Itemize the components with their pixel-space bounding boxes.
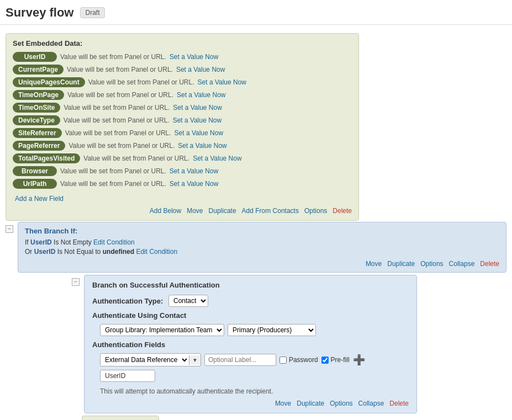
- field-tag-6: SiteReferrer: [13, 128, 62, 138]
- branch-collapse-toggle[interactable]: −: [6, 225, 13, 233]
- field-tag-3: TimeOnPage: [13, 90, 64, 100]
- auth-duplicate-link[interactable]: Duplicate: [297, 400, 324, 407]
- set-value-link-3[interactable]: Set a Value Now: [177, 91, 226, 99]
- set-embedded-data-stub: Set Embedded Data:: [82, 416, 159, 420]
- branch-move-link[interactable]: Move: [366, 260, 382, 268]
- set-value-link-6[interactable]: Set a Value Now: [175, 129, 224, 137]
- add-below-link[interactable]: Add Below: [150, 207, 181, 215]
- field-tag-7: PageReferrer: [13, 141, 65, 151]
- edit-condition-1-link[interactable]: Edit Condition: [93, 238, 135, 246]
- auth-type-label: Authentication Type:: [92, 297, 164, 305]
- primary-select[interactable]: Primary (Producers): [228, 324, 316, 336]
- field-row-2: UniquePagesCountValue will be set from P…: [13, 77, 352, 87]
- branch-collapse-link[interactable]: Collapse: [449, 260, 475, 268]
- branch-delete-link[interactable]: Delete: [480, 260, 499, 268]
- field-desc-9: Value will be set from Panel or URL.: [60, 167, 166, 175]
- set-value-link-7[interactable]: Set a Value Now: [178, 142, 227, 150]
- field-desc-4: Value will be set from Panel or URL.: [64, 104, 170, 111]
- auth-block: Branch on Successful Authentication Auth…: [84, 275, 417, 413]
- field-desc-6: Value will be set from Panel or URL.: [65, 129, 171, 137]
- condition-row-1: If UserID Is Not Empty Edit Condition: [25, 238, 499, 246]
- field-desc-5: Value will be set from Panel or URL.: [64, 116, 170, 124]
- dropdown-arrow[interactable]: ▼: [189, 355, 200, 365]
- duplicate-link[interactable]: Duplicate: [209, 207, 236, 215]
- add-new-field-link[interactable]: Add a New Field: [13, 195, 64, 203]
- edit-condition-2-link[interactable]: Edit Condition: [136, 248, 177, 256]
- set-value-link-5[interactable]: Set a Value Now: [173, 116, 222, 124]
- set-value-link-4[interactable]: Set a Value Now: [173, 104, 222, 111]
- auth-block-title: Branch on Successful Authentication: [92, 281, 409, 289]
- auth-delete-link[interactable]: Delete: [389, 400, 409, 407]
- auth-actions: Move Duplicate Options Collapse Delete: [92, 400, 409, 407]
- page-title: Survey flow: [6, 6, 73, 20]
- set-value-link-1[interactable]: Set a Value Now: [176, 66, 225, 73]
- delete-link[interactable]: Delete: [332, 207, 352, 215]
- field-row-6: SiteReferrerValue will be set from Panel…: [13, 128, 352, 138]
- branch-duplicate-link[interactable]: Duplicate: [387, 260, 415, 268]
- main-content: Set Embedded Data: UserIDValue will be s…: [0, 25, 512, 420]
- auth-field-row: External Data Reference ▼ Password Pre-f…: [100, 353, 409, 366]
- move-link[interactable]: Move: [187, 207, 203, 215]
- field-desc-7: Value will be set from Panel or URL.: [68, 142, 175, 150]
- embedded-data-actions: Add Below Move Duplicate Add From Contac…: [13, 207, 352, 215]
- field-tag-8: TotalPagesVisited: [13, 153, 80, 163]
- field-row-10: UrlPathValue will be set from Panel or U…: [13, 179, 352, 189]
- add-field-icon[interactable]: ➕: [353, 355, 365, 365]
- auth-field-select[interactable]: External Data Reference: [101, 354, 189, 366]
- password-label: Password: [289, 356, 318, 364]
- field-tag-2: UniquePagesCount: [13, 77, 85, 87]
- draft-badge: Draft: [80, 7, 104, 18]
- embedded-data-block: Set Embedded Data: UserIDValue will be s…: [6, 33, 359, 221]
- field-row-0: UserIDValue will be set from Panel or UR…: [13, 52, 352, 62]
- field-tag-9: Browser: [13, 166, 57, 176]
- auth-options-link[interactable]: Options: [330, 400, 352, 407]
- auth-fields-title: Authentication Fields: [92, 341, 409, 349]
- set-value-link-8[interactable]: Set a Value Now: [193, 155, 242, 162]
- field-row-5: DeviceTypeValue will be set from Panel o…: [13, 115, 352, 125]
- prefill-label: Pre-fill: [331, 356, 350, 364]
- field-desc-1: Value will be set from Panel or URL.: [67, 66, 173, 73]
- auth-collapse-link[interactable]: Collapse: [358, 400, 384, 407]
- branch-if-block: Then Branch If: If UserID Is Not Empty E…: [18, 222, 506, 273]
- optional-label-input[interactable]: [204, 354, 276, 366]
- auth-contact-row: Group Library: Implementation Team Prima…: [100, 324, 409, 336]
- auth-type-select[interactable]: Contact SSO None: [168, 295, 208, 307]
- options-link[interactable]: Options: [304, 207, 327, 215]
- prefill-checkbox-label: Pre-fill: [321, 356, 350, 364]
- add-from-contacts-link[interactable]: Add From Contacts: [242, 207, 299, 215]
- field-desc-8: Value will be set from Panel or URL.: [83, 155, 189, 162]
- field-row-4: TimeOnSiteValue will be set from Panel o…: [13, 103, 352, 113]
- set-value-link-10[interactable]: Set a Value Now: [170, 180, 219, 188]
- field-desc-2: Value will be set from Panel or URL.: [88, 78, 194, 86]
- field-row-3: TimeOnPageValue will be set from Panel o…: [13, 90, 352, 100]
- external-data-ref-wrapper: External Data Reference ▼: [100, 353, 201, 366]
- auth-using-title: Authenticate Using Contact: [92, 311, 409, 320]
- set-value-link-0[interactable]: Set a Value Now: [170, 53, 219, 61]
- auth-move-link[interactable]: Move: [275, 400, 291, 407]
- group-library-select[interactable]: Group Library: Implementation Team: [100, 324, 224, 336]
- field-desc-0: Value will be set from Panel or URL.: [60, 53, 166, 61]
- auth-collapse-toggle[interactable]: −: [72, 278, 80, 286]
- field-row-7: PageReferrerValue will be set from Panel…: [13, 141, 352, 151]
- password-checkbox[interactable]: [279, 357, 287, 364]
- branch-if-title: Then Branch If:: [25, 227, 499, 235]
- field-row-9: BrowserValue will be set from Panel or U…: [13, 166, 352, 176]
- branch-if-actions: Move Duplicate Options Collapse Delete: [25, 260, 499, 268]
- field-tag-5: DeviceType: [13, 115, 60, 125]
- field-desc-10: Value will be set from Panel or URL.: [60, 180, 166, 188]
- condition-row-2: Or UserID Is Not Equal to undefined Edit…: [25, 248, 499, 256]
- branch-options-link[interactable]: Options: [420, 260, 443, 268]
- field-tag-1: CurrentPage: [13, 65, 64, 75]
- embedded-fields-list: UserIDValue will be set from Panel or UR…: [13, 52, 352, 189]
- field-desc-3: Value will be set from Panel or URL.: [67, 91, 173, 99]
- field-tag-4: TimeOnSite: [13, 103, 60, 113]
- field-row-1: CurrentPageValue will be set from Panel …: [13, 65, 352, 75]
- userid-field-box: UserID: [100, 370, 155, 382]
- prefill-checkbox[interactable]: [321, 357, 329, 364]
- auth-wrapper: − Branch on Successful Authentication Au…: [72, 275, 417, 420]
- password-checkbox-label: Password: [279, 356, 318, 364]
- set-value-link-2[interactable]: Set a Value Now: [198, 78, 247, 86]
- auth-note: This will attempt to automatically authe…: [100, 387, 409, 395]
- set-value-link-9[interactable]: Set a Value Now: [170, 167, 219, 175]
- field-tag-0: UserID: [13, 52, 57, 62]
